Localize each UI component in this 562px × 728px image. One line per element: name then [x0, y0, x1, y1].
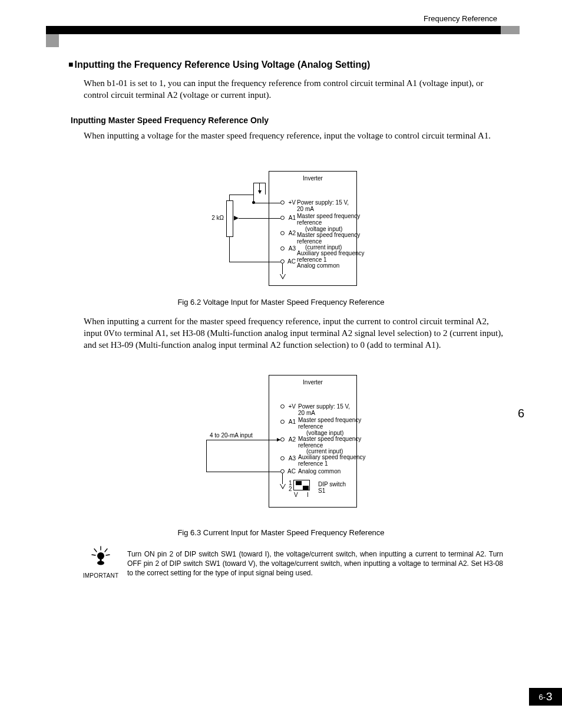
- paragraph-current: When inputting a current for the master …: [84, 315, 503, 351]
- pin-a2: A2: [285, 230, 296, 236]
- pin-a1-2: A1: [285, 419, 296, 425]
- desc2-a1-b: reference: [298, 423, 323, 430]
- chapter-side-number: 6: [518, 407, 524, 420]
- desc2-a3-a: Auxiliary speed frequency: [298, 454, 366, 460]
- dip-i: I: [307, 492, 313, 498]
- pin-v-2: +V: [285, 403, 296, 410]
- desc2-a1-a: Master speed frequency: [298, 417, 361, 423]
- svg-line-1: [94, 549, 97, 552]
- section-heading: ■Inputting the Frequency Reference Using…: [68, 60, 370, 70]
- desc-a3-a: Auxiliary speed frequency: [297, 250, 365, 256]
- inverter-label-2: Inverter: [269, 379, 356, 386]
- paragraph-voltage: When inputting a voltage for the master …: [84, 130, 503, 141]
- pin-a2-2: A2: [285, 436, 296, 443]
- desc2-v-a: Power supply: 15 V,: [298, 403, 350, 410]
- desc-ac: Analog common: [297, 262, 368, 269]
- pin-ac: AC: [285, 258, 296, 265]
- pin-a1: A1: [285, 215, 296, 221]
- header-tab: [46, 34, 59, 47]
- pin-a3: A3: [285, 245, 296, 252]
- pin-ac-2: AC: [285, 468, 296, 475]
- subsection-heading: Inputting Master Speed Frequency Referen…: [71, 116, 269, 125]
- pin-v: +V: [285, 199, 296, 206]
- desc-a1-b: reference: [297, 219, 322, 226]
- current-input-label: 4 to 20-mA input: [210, 432, 275, 439]
- desc2-a3-b: reference 1: [298, 460, 328, 467]
- svg-line-4: [106, 555, 110, 555]
- desc-a2-a: Master speed frequency: [297, 232, 360, 238]
- inverter-label: Inverter: [269, 175, 356, 182]
- important-text: Turn ON pin 2 of DIP switch SW1 (toward …: [127, 549, 503, 578]
- page-number: 3: [546, 690, 553, 703]
- figure-6-3-caption: Fig 6.3 Current Input for Master Speed F…: [0, 528, 562, 537]
- desc2-v-b: 20 mA: [298, 410, 315, 416]
- section-heading-text: Inputting the Frequency Reference Using …: [74, 60, 370, 70]
- page-prefix: 6-: [538, 693, 546, 701]
- dip-label-b: S1: [318, 487, 325, 494]
- desc-v-a: Power supply: 15 V,: [297, 199, 349, 206]
- dip-label-a: DIP switch: [318, 481, 346, 487]
- desc-v-b: 20 mA: [297, 206, 314, 212]
- svg-line-2: [105, 549, 107, 552]
- desc-a1-a: Master speed frequency: [297, 213, 360, 219]
- important-icon: IMPORTANT: [82, 545, 119, 579]
- figure-6-2: Inverter +V A1 A2 A3 AC Power supply: 15…: [0, 171, 562, 289]
- pot-label: 2 kΩ: [209, 215, 224, 221]
- header-rule-accent: [501, 26, 520, 34]
- important-label: IMPORTANT: [82, 572, 119, 579]
- desc2-a2-a: Master speed frequency: [298, 436, 361, 442]
- page-number-box: 6-3: [529, 688, 562, 706]
- svg-line-3: [92, 555, 95, 555]
- dip-v: V: [294, 492, 300, 498]
- dip-2: 2: [289, 486, 293, 492]
- paragraph-intro: When b1-01 is set to 1, you can input th…: [84, 77, 503, 101]
- figure-6-3: Inverter +V A1 A2 A3 AC Power supply: 15…: [0, 375, 562, 516]
- figure-6-2-caption: Fig 6.2 Voltage Input for Master Speed F…: [0, 298, 562, 307]
- pin-a3-2: A3: [285, 455, 296, 462]
- header-rule: [46, 26, 520, 34]
- svg-rect-7: [100, 558, 102, 562]
- header-running-title: Frequency Reference: [424, 14, 497, 23]
- desc2-ac: Analog common: [298, 468, 369, 475]
